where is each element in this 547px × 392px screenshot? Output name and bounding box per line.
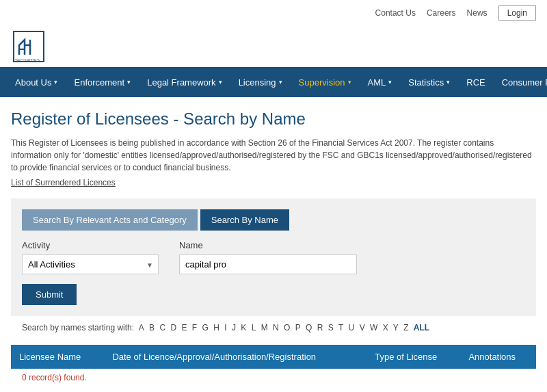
col-type: Type of License — [366, 345, 460, 369]
alpha-a[interactable]: A — [139, 323, 144, 332]
col-licensee-name: Licensee Name — [11, 345, 104, 369]
name-group: Name — [179, 240, 357, 274]
alphabet-section: Search by names starting with: A B C D E… — [11, 316, 536, 339]
alpha-u[interactable]: U — [349, 323, 355, 332]
contact-us-link[interactable]: Contact Us — [375, 8, 416, 18]
nav-item-consumer-protection[interactable]: Consumer Protection ▾ — [494, 67, 547, 97]
alpha-k[interactable]: K — [241, 323, 246, 332]
logo: SECURITIES — [11, 29, 46, 64]
activity-label: Activity — [22, 240, 159, 250]
tab-search-by-name[interactable]: Search By Name — [200, 209, 289, 231]
alpha-w[interactable]: W — [370, 323, 377, 332]
alpha-t[interactable]: T — [338, 323, 343, 332]
name-input[interactable] — [179, 254, 357, 274]
alpha-f[interactable]: F — [192, 323, 197, 332]
alpha-j[interactable]: J — [232, 323, 236, 332]
alpha-c[interactable]: C — [159, 323, 165, 332]
alpha-all[interactable]: ALL — [414, 323, 429, 332]
page-title: Register of Licensees - Search by Name — [11, 109, 536, 129]
alpha-r[interactable]: R — [317, 323, 323, 332]
alpha-l[interactable]: L — [252, 323, 256, 332]
nav-bar: About Us ▾ Enforcement ▾ Legal Framework… — [0, 67, 547, 97]
login-button[interactable]: Login — [498, 5, 536, 21]
alpha-x[interactable]: X — [383, 323, 388, 332]
logo-area: SECURITIES — [0, 26, 547, 67]
nav-item-statistics[interactable]: Statistics ▾ — [400, 67, 458, 97]
col-date: Date of Licence/Approval/Authorisation/R… — [104, 345, 366, 369]
svg-text:SECURITIES: SECURITIES — [15, 58, 40, 62]
alpha-s[interactable]: S — [328, 323, 334, 332]
news-link[interactable]: News — [467, 8, 488, 18]
alpha-v[interactable]: V — [360, 323, 365, 332]
nav-item-about-us[interactable]: About Us ▾ — [7, 67, 66, 97]
alpha-b[interactable]: B — [149, 323, 155, 332]
nav-item-supervision[interactable]: Supervision ▾ — [291, 67, 360, 97]
alpha-prefix-label: Search by names starting with: — [22, 323, 134, 332]
alpha-n[interactable]: N — [273, 323, 279, 332]
logo-icon: SECURITIES — [12, 30, 45, 63]
search-tabs: Search By Relevant Acts and Category Sea… — [22, 209, 525, 231]
results-table-section: Licensee Name Date of Licence/Approval/A… — [11, 345, 536, 387]
alpha-m[interactable]: M — [261, 323, 268, 332]
alpha-d[interactable]: D — [170, 323, 176, 332]
nav-item-aml[interactable]: AML ▾ — [360, 67, 401, 97]
top-bar: Contact Us Careers News Login — [0, 0, 547, 26]
careers-link[interactable]: Careers — [427, 8, 456, 18]
activity-select-wrapper: All Activities — [22, 254, 159, 274]
alpha-e[interactable]: E — [182, 323, 187, 332]
nav-item-licensing[interactable]: Licensing ▾ — [230, 67, 291, 97]
alpha-o[interactable]: O — [284, 323, 290, 332]
chevron-down-icon: ▾ — [127, 79, 131, 86]
chevron-down-icon: ▾ — [279, 79, 282, 86]
svg-rect-0 — [14, 31, 44, 62]
name-label: Name — [179, 240, 357, 250]
chevron-down-icon: ▾ — [388, 79, 392, 86]
results-count: 0 record(s) found. — [11, 369, 536, 387]
search-form-row: Activity All Activities Name — [22, 240, 525, 274]
surrendered-licences-link[interactable]: List of Surrendered Licences — [11, 177, 536, 189]
activity-select[interactable]: All Activities — [22, 254, 159, 274]
alpha-z[interactable]: Z — [403, 323, 408, 332]
chevron-down-icon: ▾ — [348, 79, 351, 86]
nav-item-legal-framework[interactable]: Legal Framework ▾ — [139, 67, 230, 97]
results-table: Licensee Name Date of Licence/Approval/A… — [11, 345, 536, 369]
main-content: Register of Licensees - Search by Name T… — [0, 97, 547, 392]
chevron-down-icon: ▾ — [446, 79, 450, 86]
tab-search-by-acts[interactable]: Search By Relevant Acts and Category — [22, 209, 198, 231]
chevron-down-icon: ▾ — [54, 79, 57, 86]
alpha-y[interactable]: Y — [393, 323, 399, 332]
alpha-p[interactable]: P — [295, 323, 301, 332]
search-section: Search By Relevant Acts and Category Sea… — [11, 198, 536, 316]
submit-button[interactable]: Submit — [22, 284, 77, 305]
nav-item-enforcement[interactable]: Enforcement ▾ — [66, 67, 139, 97]
alpha-q[interactable]: Q — [306, 323, 312, 332]
chevron-down-icon: ▾ — [219, 79, 222, 86]
alpha-i[interactable]: I — [224, 323, 226, 332]
alpha-h[interactable]: H — [213, 323, 219, 332]
description-text: This Register of Licensees is being publ… — [11, 137, 536, 174]
col-annotations: Annotations — [460, 345, 536, 369]
nav-item-rce[interactable]: RCE — [458, 67, 493, 97]
table-header-row: Licensee Name Date of Licence/Approval/A… — [11, 345, 536, 369]
activity-group: Activity All Activities — [22, 240, 159, 274]
alpha-g[interactable]: G — [202, 323, 209, 332]
